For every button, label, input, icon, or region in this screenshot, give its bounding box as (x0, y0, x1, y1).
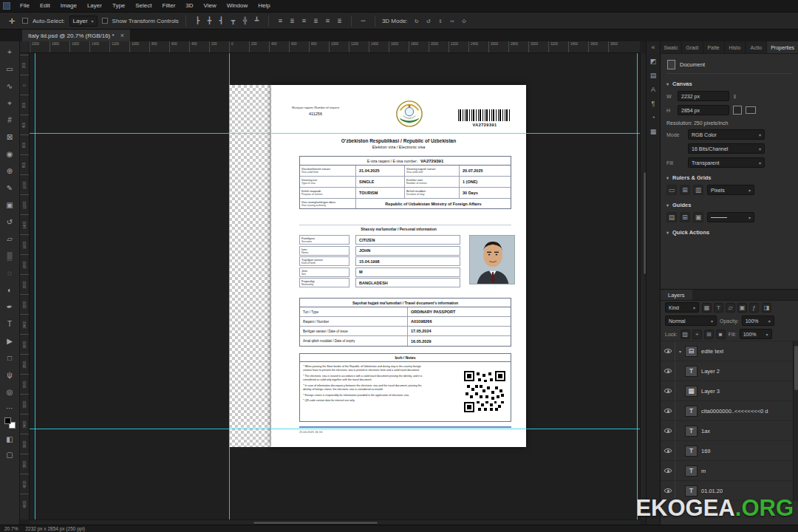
orientation-portrait-icon[interactable] (733, 106, 742, 115)
layer-visibility-cell[interactable] (661, 381, 675, 400)
filter-effects-icon[interactable]: ƒ (749, 303, 759, 313)
lasso-tool[interactable]: ∿ (1, 78, 18, 95)
path-selection-tool[interactable]: ▶ (1, 332, 18, 349)
link-dimensions-icon[interactable]: ∞ (732, 94, 738, 98)
color-swatches[interactable] (4, 417, 16, 429)
frame-tool[interactable]: ⊠ (1, 129, 18, 146)
guide-vertical[interactable] (35, 53, 35, 519)
layer-visibility-cell[interactable] (661, 461, 675, 480)
layer-visibility-cell[interactable] (661, 401, 675, 420)
169[interactable]: T 169 (661, 441, 798, 461)
orientation-landscape-icon[interactable] (746, 106, 756, 114)
auto-select-dropdown[interactable]: Layer▾ (69, 16, 98, 27)
screen-mode-icon[interactable]: ▢ (1, 449, 18, 460)
move-tool[interactable]: + (1, 44, 18, 61)
eyedropper-tool[interactable]: ◉ (1, 146, 18, 163)
vertical-ruler[interactable]: 2000200400600800100012001400160018002000… (20, 53, 30, 519)
layer-name[interactable]: 1ax (701, 428, 710, 434)
opacity-field[interactable]: 100%▾ (742, 316, 774, 326)
rulers-toggle-icon[interactable]: ▭ (666, 185, 677, 195)
layer-thumbnail[interactable]: T (685, 406, 698, 417)
paragraph-panel-icon[interactable]: ¶ (652, 100, 655, 107)
auto-select-checkbox[interactable] (22, 18, 28, 24)
show-transform-checkbox[interactable] (102, 18, 108, 24)
layer-visibility-cell[interactable] (661, 421, 675, 440)
layer-visibility-cell[interactable] (661, 361, 675, 381)
layers-scrollbar[interactable] (793, 341, 798, 501)
align-top-icon[interactable]: ┳ (228, 16, 238, 26)
history-brush-tool[interactable]: ↺ (1, 214, 18, 231)
canvas-fill-dropdown[interactable]: Transparent▾ (688, 157, 765, 168)
scrollbar-thumb[interactable] (794, 346, 798, 390)
3d-scale-icon[interactable]: ◇ (460, 16, 469, 26)
panel-tab[interactable]: Swatc (661, 41, 682, 53)
quick-selection-tool[interactable]: ⌖ (1, 95, 18, 112)
lock-transparency-icon[interactable]: ▨ (681, 330, 690, 339)
filter-smart-objects-icon[interactable]: ▣ (737, 303, 747, 313)
snap-toggle-icon[interactable]: ▥ (693, 185, 703, 195)
healing-brush-tool[interactable]: ⊕ (1, 163, 18, 180)
3d-slide-icon[interactable]: ⇔ (448, 16, 457, 26)
1ax[interactable]: T 1ax (661, 421, 798, 441)
menu-item[interactable]: Type (107, 0, 130, 12)
eye-icon[interactable] (664, 409, 672, 413)
gradient-tool[interactable]: ▒ (1, 248, 18, 265)
layer-name[interactable]: cita0000000..<<<<<<<<0 d (701, 408, 768, 415)
layer-thumbnail[interactable]: T (685, 466, 698, 477)
canvas-area[interactable]: Murojaat raqami /Number of request 41125… (30, 53, 640, 519)
menu-item[interactable]: Image (55, 0, 82, 12)
guides-section-header[interactable]: ▾ Guides (666, 202, 792, 208)
layer-filter-kind-dropdown[interactable]: Kind▾ (665, 302, 699, 313)
menu-item[interactable]: Layer (82, 0, 107, 12)
quick-actions-section-header[interactable]: ▾ Quick Actions (666, 229, 792, 236)
layer-thumbnail[interactable]: T (685, 366, 698, 377)
clone-stamp-tool[interactable]: ▣ (1, 197, 18, 214)
filter-shape-layers-icon[interactable]: ▱ (726, 303, 735, 313)
bit-depth-dropdown[interactable]: 16 Bits/Channel▾ (688, 143, 765, 154)
panel-tab[interactable]: Histo (725, 41, 746, 53)
3d-rotate-icon[interactable]: ↻ (412, 16, 422, 26)
libraries-panel-icon[interactable]: ▦ (650, 128, 657, 135)
distribute-right-icon[interactable]: ≣ (335, 16, 344, 26)
guide-horizontal[interactable] (30, 133, 640, 134)
eye-icon[interactable] (664, 349, 672, 353)
eye-icon[interactable] (664, 389, 672, 393)
shape-tool[interactable]: □ (1, 349, 18, 366)
layer-name[interactable]: m (701, 468, 706, 474)
cita0000000..<<<<<<<<0 d[interactable]: T cita0000000..<<<<<<<<0 d (661, 401, 798, 421)
menu-item[interactable]: Filter (157, 0, 181, 12)
crop-tool[interactable]: # (1, 112, 18, 129)
color-panel-icon[interactable]: ◩ (650, 58, 657, 65)
filter-image-layers-icon[interactable]: ▦ (702, 303, 712, 313)
menu-item[interactable]: 3D (180, 0, 198, 12)
filter-type-layers-icon[interactable]: T (714, 303, 723, 313)
Layer 3[interactable]: ▦ Layer 3 (661, 381, 798, 401)
foreground-color-swatch[interactable] (4, 417, 11, 424)
align-right-icon[interactable]: ┫ (216, 16, 226, 26)
3d-roll-icon[interactable]: ↺ (424, 16, 434, 26)
layer-name[interactable]: 01.01.20 (701, 488, 723, 494)
lock-pixels-icon[interactable]: + (692, 330, 702, 339)
guide-layout-icon[interactable]: ⊞ (680, 212, 690, 222)
pen-tool[interactable]: ✒ (1, 299, 18, 316)
edit-toolbar-icon[interactable]: ⋯ (1, 403, 18, 412)
panel-tab[interactable]: Actio (746, 41, 767, 53)
height-field[interactable]: 2854 px (678, 105, 729, 115)
align-center-h-icon[interactable]: ╋ (205, 16, 214, 26)
eye-icon[interactable] (664, 449, 672, 453)
type-tool[interactable]: T (1, 316, 18, 332)
layers-tab[interactable]: Layers (661, 290, 692, 300)
fill-field[interactable]: 100%▾ (740, 329, 772, 339)
guide-vertical[interactable] (229, 53, 230, 519)
color-mode-dropdown[interactable]: RGB Color▾ (688, 129, 765, 140)
layer-visibility-cell[interactable] (661, 441, 675, 460)
layer-thumbnail[interactable]: T (685, 446, 698, 457)
zoom-tool[interactable]: ◎ (1, 383, 18, 400)
edite text[interactable]: ▾ ⊟ edite text (661, 341, 798, 361)
layer-name[interactable]: Layer 3 (701, 388, 720, 395)
character-panel-icon[interactable]: A (651, 86, 655, 93)
document-tab[interactable]: Italy ild.psd @ 20.7% (RGB/16) * × (22, 30, 130, 41)
group-caret-icon[interactable]: ▾ (677, 349, 683, 354)
width-field[interactable]: 2232 px (678, 91, 729, 101)
menu-item[interactable]: Window (222, 0, 253, 12)
